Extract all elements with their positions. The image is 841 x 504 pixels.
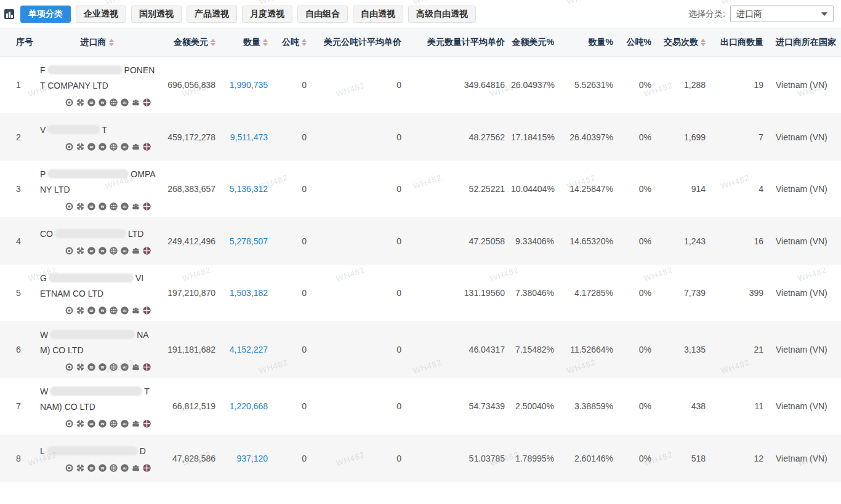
quantity-value[interactable]: 1,220,668 xyxy=(222,401,274,411)
ai-icon[interactable]: AI xyxy=(120,98,129,107)
web-icon[interactable]: w xyxy=(98,98,107,107)
people-icon[interactable] xyxy=(131,142,140,151)
tab-0[interactable]: 单项分类 xyxy=(20,6,71,23)
web-icon[interactable]: w xyxy=(98,419,107,428)
target-icon[interactable] xyxy=(65,463,74,473)
focus-icon[interactable] xyxy=(76,202,85,211)
focus-icon[interactable] xyxy=(76,306,85,315)
target-icon[interactable] xyxy=(65,98,74,107)
focus-icon[interactable] xyxy=(76,98,85,107)
ai-icon[interactable]: AI xyxy=(120,142,129,151)
ai-icon[interactable]: AI xyxy=(120,362,129,372)
focus-icon[interactable] xyxy=(76,246,85,255)
globe-icon[interactable] xyxy=(109,306,118,315)
web-icon[interactable]: w xyxy=(98,202,107,211)
globe-icon[interactable] xyxy=(109,362,118,372)
sort-arrows-icon[interactable] xyxy=(263,39,268,46)
people-icon[interactable] xyxy=(131,419,140,428)
people-icon[interactable] xyxy=(131,306,140,315)
tab-5[interactable]: 自由组合 xyxy=(297,6,348,23)
tab-6[interactable]: 自由透视 xyxy=(353,6,403,23)
target-icon[interactable] xyxy=(65,246,74,255)
quantity-value[interactable]: 5,278,507 xyxy=(222,236,274,246)
grid-icon[interactable] xyxy=(142,98,151,107)
tab-7[interactable]: 高级自由透视 xyxy=(408,6,476,23)
bi-icon[interactable]: BI xyxy=(87,98,96,107)
bi-icon[interactable]: BI xyxy=(87,246,96,255)
quantity-value[interactable]: 9,511,473 xyxy=(222,132,274,142)
grid-icon[interactable] xyxy=(142,246,151,255)
focus-icon[interactable] xyxy=(76,362,85,372)
column-label: 数量% xyxy=(589,37,613,48)
bi-icon[interactable]: BI xyxy=(87,419,96,428)
grid-icon[interactable] xyxy=(142,463,151,473)
web-icon[interactable]: w xyxy=(98,306,107,315)
tons-value: 0 xyxy=(274,80,313,90)
target-icon[interactable] xyxy=(65,419,74,428)
importer_country-value: Vietnam (VN) xyxy=(770,288,841,298)
sort-arrows-icon[interactable] xyxy=(302,39,307,46)
bi-icon[interactable]: BI xyxy=(87,142,96,151)
importer-name-line2: ETNAM CO LTD xyxy=(40,286,154,302)
category-select[interactable]: 进口商 xyxy=(730,6,834,22)
target-icon[interactable] xyxy=(65,202,74,211)
bi-icon[interactable]: BI xyxy=(87,362,96,372)
web-icon[interactable]: w xyxy=(98,362,107,372)
globe-icon[interactable] xyxy=(109,419,118,428)
sort-arrows-icon[interactable] xyxy=(701,39,706,46)
target-icon[interactable] xyxy=(65,362,74,372)
column-header-transactions[interactable]: 交易次数 xyxy=(658,28,712,56)
quantity-value[interactable]: 1,503,182 xyxy=(222,288,274,298)
web-icon[interactable]: w xyxy=(98,246,107,255)
column-header-importer[interactable]: 进口商 xyxy=(37,28,154,56)
globe-icon[interactable] xyxy=(109,246,118,255)
globe-icon[interactable] xyxy=(109,463,118,473)
tab-1[interactable]: 企业透视 xyxy=(76,6,126,23)
tab-2[interactable]: 国别透视 xyxy=(131,6,182,23)
grid-icon[interactable] xyxy=(142,142,151,151)
web-icon[interactable]: w xyxy=(98,142,107,151)
column-label: 出口商数量 xyxy=(720,37,763,48)
people-icon[interactable] xyxy=(131,463,140,473)
importer-cell: WTNAM) CO LTDBIwAI xyxy=(37,378,154,434)
target-icon[interactable] xyxy=(65,142,74,151)
people-icon[interactable] xyxy=(131,202,140,211)
focus-icon[interactable] xyxy=(76,142,85,151)
focus-icon[interactable] xyxy=(76,463,85,473)
people-icon[interactable] xyxy=(131,98,140,107)
bi-icon[interactable]: BI xyxy=(87,306,96,315)
globe-icon[interactable] xyxy=(109,98,118,107)
ai-icon[interactable]: AI xyxy=(120,246,129,255)
tab-4[interactable]: 月度透视 xyxy=(242,6,292,23)
column-header-quantity[interactable]: 数量 xyxy=(222,28,274,56)
quantity-value[interactable]: 1,990,735 xyxy=(222,80,274,90)
grid-icon[interactable] xyxy=(142,306,151,315)
censored-name-segment xyxy=(47,125,100,134)
globe-icon[interactable] xyxy=(109,142,118,151)
transactions-value: 914 xyxy=(658,184,712,194)
web-icon[interactable]: w xyxy=(98,463,107,473)
quantity-value[interactable]: 4,152,227 xyxy=(222,345,274,354)
grid-icon[interactable] xyxy=(142,202,151,211)
quantity-value[interactable]: 5,136,312 xyxy=(222,184,274,194)
grid-icon[interactable] xyxy=(142,362,151,372)
bi-icon[interactable]: BI xyxy=(87,202,96,211)
ai-icon[interactable]: AI xyxy=(120,306,129,315)
column-header-amount_usd[interactable]: 金额美元 xyxy=(154,28,222,56)
people-icon[interactable] xyxy=(131,246,140,255)
sort-arrows-icon[interactable] xyxy=(109,39,114,46)
ai-icon[interactable]: AI xyxy=(120,202,129,211)
bi-icon[interactable]: BI xyxy=(87,463,96,473)
quantity-value[interactable]: 937,120 xyxy=(222,454,274,463)
tab-3[interactable]: 产品透视 xyxy=(187,6,237,23)
bar-chart-icon xyxy=(4,9,15,20)
target-icon[interactable] xyxy=(65,306,74,315)
focus-icon[interactable] xyxy=(76,419,85,428)
people-icon[interactable] xyxy=(131,362,140,372)
sort-arrows-icon[interactable] xyxy=(211,39,215,46)
ai-icon[interactable]: AI xyxy=(120,419,129,428)
column-header-tons[interactable]: 公吨 xyxy=(274,28,313,56)
grid-icon[interactable] xyxy=(142,419,151,428)
globe-icon[interactable] xyxy=(109,202,118,211)
ai-icon[interactable]: AI xyxy=(120,463,129,473)
